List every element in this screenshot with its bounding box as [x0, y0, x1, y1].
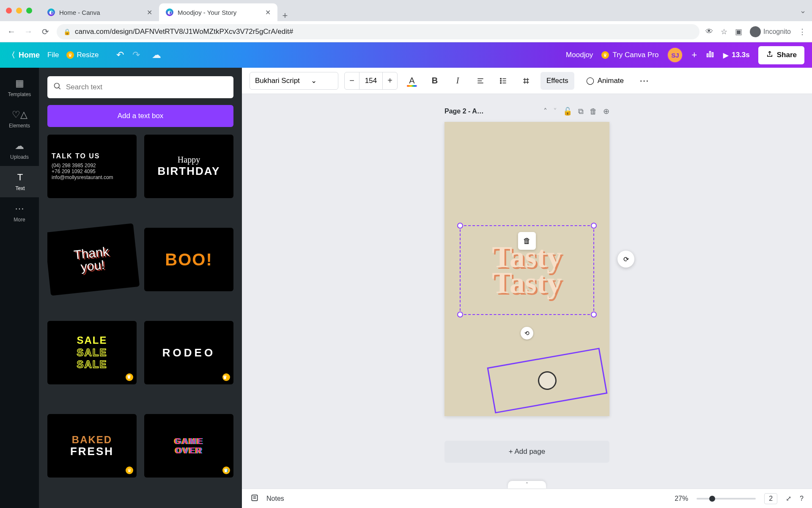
- rail-templates[interactable]: ▦ Templates: [0, 72, 39, 103]
- page-label[interactable]: Page 2 - A…: [444, 108, 484, 115]
- address-bar-actions: 👁 ☆ ▣ 🕶 Incognito ⋮: [705, 26, 806, 37]
- redo-button[interactable]: ↷: [132, 50, 140, 61]
- svg-point-10: [500, 80, 502, 81]
- text-search[interactable]: [47, 76, 233, 98]
- back-button[interactable]: ←: [6, 26, 17, 37]
- cloud-sync-icon[interactable]: ☁: [152, 50, 161, 61]
- search-input[interactable]: [66, 83, 228, 91]
- add-text-box-button[interactable]: Add a text box: [47, 105, 233, 127]
- browser-tab-home-canva[interactable]: ◐ Home - Canva ✕: [41, 3, 159, 21]
- text-template-baked-fresh[interactable]: BAKED FRESH ♛: [47, 414, 137, 478]
- animate-icon: ◯: [586, 76, 594, 85]
- text-toolbar: Bukhari Script ⌄ − 154 + A B I: [242, 68, 812, 94]
- rail-label: More: [14, 217, 25, 223]
- bold-button[interactable]: B: [426, 72, 443, 89]
- close-tab-icon[interactable]: ✕: [147, 8, 152, 17]
- present-button[interactable]: ▶ 13.3s: [723, 51, 750, 59]
- eye-off-icon[interactable]: 👁: [705, 27, 713, 36]
- design-page[interactable]: 🗑 Tasty Tasty ⟲: [444, 122, 609, 416]
- more-options-button[interactable]: ⋯: [636, 72, 653, 89]
- fullscreen-icon[interactable]: ⤢: [786, 494, 791, 502]
- text-template-happy-birthday[interactable]: Happy BIRTHDAY: [144, 135, 233, 198]
- show-pages-handle[interactable]: ˄: [508, 481, 546, 489]
- page-down-icon[interactable]: ˅: [553, 107, 557, 116]
- delete-page-icon[interactable]: 🗑: [590, 107, 597, 116]
- close-tab-icon[interactable]: ✕: [265, 8, 271, 17]
- resize-handle-tr[interactable]: [591, 223, 597, 229]
- rail-uploads[interactable]: ☁ Uploads: [0, 135, 39, 166]
- template-text: RODEO: [162, 346, 215, 359]
- new-tab-button[interactable]: +: [277, 10, 293, 21]
- share-button[interactable]: Share: [758, 46, 804, 64]
- text-template-sale[interactable]: SALE SALE SALE ♛: [47, 321, 137, 384]
- template-text: Thank you!: [73, 245, 111, 274]
- document-name[interactable]: Moodjoy: [566, 51, 593, 59]
- alignment-button[interactable]: [472, 72, 489, 89]
- selection-box[interactable]: 🗑 Tasty Tasty ⟲: [460, 225, 594, 315]
- font-size-decrease[interactable]: −: [345, 76, 359, 86]
- reload-button[interactable]: ⟳: [40, 26, 51, 37]
- rail-more[interactable]: ⋯ More: [0, 197, 39, 229]
- animate-button[interactable]: ◯ Animate: [580, 72, 630, 90]
- minimize-window-button[interactable]: [16, 8, 22, 14]
- text-color-button[interactable]: A: [403, 72, 420, 89]
- text-template-game-over[interactable]: GAME OVER ♛: [144, 414, 233, 478]
- help-icon[interactable]: ?: [800, 495, 804, 502]
- browser-tab-moodjoy[interactable]: ◐ Moodjoy - Your Story ✕: [159, 3, 277, 21]
- resize-button[interactable]: ♛ Resize: [66, 51, 99, 59]
- text-template-thank-you[interactable]: Thank you!: [47, 223, 140, 295]
- rail-text[interactable]: T Text: [0, 166, 39, 197]
- notes-button[interactable]: Notes: [266, 495, 284, 502]
- svg-rect-0: [707, 54, 708, 57]
- template-text: GAME OVER: [175, 436, 203, 455]
- template-text: +76 209 1092 4095: [52, 168, 96, 174]
- page-up-icon[interactable]: ˄: [543, 107, 547, 116]
- rotate-handle[interactable]: ⟲: [521, 327, 533, 340]
- zoom-value[interactable]: 27%: [675, 495, 688, 502]
- user-avatar[interactable]: SJ: [667, 47, 683, 63]
- text-template-boo[interactable]: BOO!: [144, 228, 233, 291]
- resize-handle-tl[interactable]: [457, 223, 463, 229]
- side-panel-icon[interactable]: ▣: [735, 27, 742, 36]
- text-template-rodeo[interactable]: RODEO ♛: [144, 321, 233, 384]
- effects-button[interactable]: Effects: [540, 72, 574, 90]
- crown-icon: ♛: [126, 467, 133, 474]
- font-size-increase[interactable]: +: [383, 76, 397, 86]
- resize-handle-br[interactable]: [591, 312, 597, 318]
- font-family-select[interactable]: Bukhari Script ⌄: [250, 72, 338, 90]
- file-menu[interactable]: File: [47, 51, 59, 59]
- list-button[interactable]: [495, 72, 512, 89]
- text-template-talk-to-us[interactable]: TALK TO US (04) 298 3985 2092 +76 209 10…: [47, 135, 137, 198]
- add-people-icon[interactable]: +: [691, 50, 697, 61]
- floating-regenerate-button[interactable]: ⟳: [617, 251, 634, 268]
- rail-label: Templates: [8, 91, 31, 97]
- tab-title: Moodjoy - Your Story: [178, 9, 236, 16]
- browser-menu-icon[interactable]: ⋮: [798, 27, 806, 36]
- url-bar[interactable]: 🔒 canva.com/design/DAFNVetRTV8/J1WoMZtkP…: [57, 24, 700, 39]
- resize-handle-bl[interactable]: [457, 312, 463, 318]
- add-page-inline-icon[interactable]: ⊕: [603, 107, 609, 116]
- incognito-badge[interactable]: 🕶 Incognito: [750, 26, 791, 37]
- chevron-down-icon[interactable]: ⌄: [800, 6, 806, 15]
- font-size-value[interactable]: 154: [359, 72, 383, 89]
- page-number-chip[interactable]: 2: [764, 493, 777, 504]
- text-element-tasty[interactable]: Tasty Tasty: [492, 244, 562, 296]
- undo-button[interactable]: ↶: [116, 50, 124, 61]
- add-page-button[interactable]: + Add page: [444, 441, 609, 463]
- rail-elements[interactable]: ♡△ Elements: [0, 103, 39, 135]
- insights-icon[interactable]: [705, 49, 715, 61]
- zoom-slider-thumb[interactable]: [709, 496, 715, 502]
- star-icon[interactable]: ☆: [721, 27, 727, 36]
- home-button[interactable]: 〈 Home: [8, 50, 40, 60]
- try-canva-pro-button[interactable]: ♛ Try Canva Pro: [601, 51, 658, 59]
- duplicate-page-icon[interactable]: ⧉: [578, 107, 584, 116]
- rotated-selection[interactable]: [487, 348, 608, 413]
- maximize-window-button[interactable]: [26, 8, 32, 14]
- canvas-stage[interactable]: Page 2 - A… ˄ ˅ 🔓 ⧉ 🗑 ⊕: [242, 94, 812, 489]
- zoom-slider[interactable]: [697, 498, 756, 500]
- lock-page-icon[interactable]: 🔓: [563, 107, 572, 116]
- close-window-button[interactable]: [6, 8, 12, 14]
- italic-button[interactable]: I: [449, 72, 466, 89]
- canva-favicon-icon: ◐: [166, 8, 173, 16]
- spacing-button[interactable]: [518, 72, 535, 89]
